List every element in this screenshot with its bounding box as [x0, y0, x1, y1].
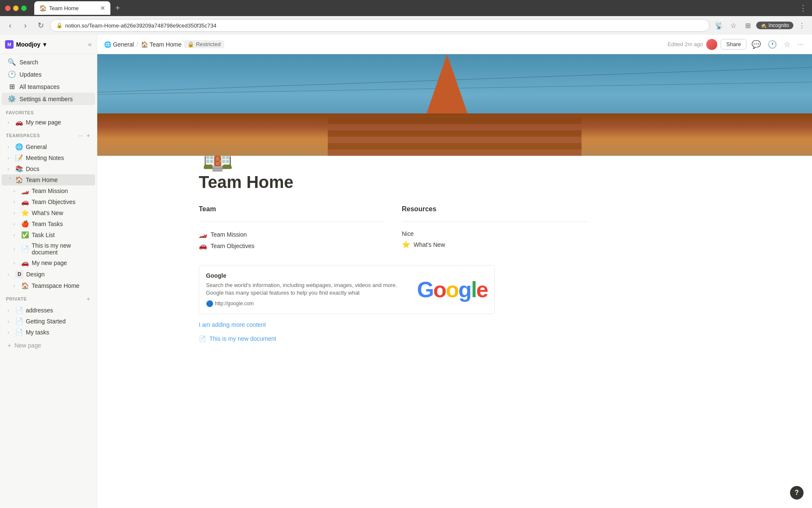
lock-icon: 🔒 [56, 22, 63, 28]
adding-content-link[interactable]: I am adding more content [199, 321, 266, 328]
restricted-icon: 🔒 [187, 41, 194, 47]
cast-icon[interactable]: 📡 [713, 19, 725, 31]
sidebar-item-getting-started[interactable]: › 📄 Getting Started [2, 316, 95, 327]
sidebar-item-task-list[interactable]: › ✅ Task List [2, 229, 95, 240]
all-teamspaces-label: All teamspaces [19, 83, 89, 90]
meeting-notes-label: Meeting Notes [26, 155, 91, 161]
chevron-right-icon: › [14, 233, 19, 237]
team-mission-link-icon: 🏎️ [199, 230, 207, 238]
resources-column: Resources Nice ⭐ What's New [402, 205, 588, 251]
bookmark-title: Google [206, 272, 403, 279]
shingles [328, 118, 582, 156]
incognito-badge: 🕵️ Incognito [756, 22, 793, 29]
sidebar-item-team-objectives[interactable]: › 🚗 Team Objectives [2, 196, 95, 207]
favorite-button[interactable]: ☆ [782, 38, 792, 51]
sidebar-item-my-new-page-fav[interactable]: › 🚗 My new page [2, 117, 95, 128]
sidebar-item-new-document[interactable]: › 📄 This is my new document [2, 240, 95, 257]
help-button[interactable]: ? [790, 486, 804, 500]
team-column-heading: Team [199, 205, 385, 215]
new-tab-button[interactable]: + [115, 4, 120, 13]
bookmark-card[interactable]: Google Search the world's information, i… [199, 265, 495, 314]
g-blue2: g [458, 277, 471, 302]
sidebar-item-design[interactable]: › D Design [2, 268, 95, 280]
page-more-button[interactable]: ··· [796, 38, 805, 50]
close-window-button[interactable] [5, 6, 11, 11]
chevron-right-icon: › [8, 167, 13, 171]
addresses-icon: 📄 [15, 306, 23, 314]
team-mission-link[interactable]: 🏎️ Team Mission [199, 229, 385, 240]
collapse-sidebar-button[interactable]: « [88, 41, 92, 48]
sidebar-item-docs[interactable]: › 📚 Docs [2, 163, 95, 174]
sidebar-item-team-home[interactable]: › 🏠 Team Home [2, 174, 95, 185]
sidebar-item-settings[interactable]: ⚙️ Settings & members [2, 93, 95, 105]
teamspaces-heading: Teamspaces [6, 133, 40, 138]
team-mission-icon: 🏎️ [21, 187, 29, 195]
sidebar-item-addresses[interactable]: › 📄 addresses [2, 305, 95, 316]
meeting-notes-icon: 📝 [15, 154, 23, 162]
incognito-label: Incognito [768, 22, 789, 28]
share-button[interactable]: Share [721, 39, 746, 50]
chevron-down-icon: › [8, 177, 13, 182]
page-scroll-area[interactable]: 🏠 Team Home Team 🏎️ Team Mission [97, 54, 812, 508]
browser-menu-button[interactable]: ⋮ [796, 19, 808, 31]
chevron-right-icon: › [14, 200, 19, 204]
sidebar-item-meeting-notes[interactable]: › 📝 Meeting Notes [2, 152, 95, 163]
breadcrumb-team-home[interactable]: 🏠 Team Home [141, 41, 181, 48]
bookmark-description: Search the world's information, includin… [206, 282, 403, 297]
teamspace-home-icon: 🏠 [21, 282, 29, 290]
breadcrumb-general[interactable]: 🌐 General [104, 41, 134, 48]
whats-new-link[interactable]: ⭐ What's New [402, 239, 588, 250]
all-teamspaces-icon: ⊞ [8, 83, 16, 91]
chevron-right-icon: › [8, 308, 13, 313]
teamspaces-more-button[interactable]: ··· [77, 131, 84, 140]
search-label: Search [19, 59, 89, 66]
sidebar-item-all-teamspaces[interactable]: ⊞ All teamspaces [2, 80, 95, 93]
extensions-icon[interactable]: ⊞ [742, 19, 754, 31]
restricted-badge[interactable]: 🔒 Restricted [184, 40, 224, 48]
new-page-button[interactable]: + New page [2, 340, 95, 351]
maximize-window-button[interactable] [21, 6, 27, 11]
teamspaces-add-button[interactable]: + [86, 131, 91, 140]
whats-new-icon: ⭐ [21, 209, 29, 217]
team-mission-label: Team Mission [32, 188, 91, 194]
workspace-name[interactable]: M Moodjoy ▾ [5, 40, 46, 49]
sidebar-item-team-mission[interactable]: › 🏎️ Team Mission [2, 185, 95, 196]
google-logo: Google [417, 279, 488, 301]
comments-button[interactable]: 💬 [750, 38, 763, 51]
bookmark-icon[interactable]: ☆ [727, 19, 739, 31]
sidebar-item-general[interactable]: › 🌐 General [2, 141, 95, 152]
tab-close-button[interactable]: ✕ [100, 5, 105, 11]
browser-tab[interactable]: 🏠 Team Home ✕ [34, 1, 110, 15]
browser-titlebar: 🏠 Team Home ✕ + ⋮ [0, 0, 812, 16]
addresses-label: addresses [26, 307, 91, 314]
sidebar-item-team-tasks[interactable]: › 🍎 Team Tasks [2, 218, 95, 229]
breadcrumb: 🌐 General / 🏠 Team Home 🔒 Restricted [104, 40, 664, 48]
doc-link[interactable]: This is my new document [209, 335, 276, 342]
tab-menu-button[interactable]: ⋮ [799, 3, 807, 13]
favorites-section-header: Favorites [0, 107, 97, 117]
resources-nice-text: Nice [402, 229, 588, 239]
sidebar-item-teamspace-home[interactable]: › 🏠 Teamspace Home [2, 280, 95, 291]
doc-link-icon: 📄 [199, 335, 206, 342]
doc-link-item: 📄 This is my new document [199, 334, 588, 344]
private-add-button[interactable]: + [86, 295, 91, 303]
sidebar-item-whats-new[interactable]: › ⭐ What's New [2, 207, 95, 218]
minimize-window-button[interactable] [13, 6, 19, 11]
history-button[interactable]: 🕐 [766, 38, 779, 51]
sidebar-item-my-tasks[interactable]: › 📄 My tasks [2, 327, 95, 338]
toolbar-icons: 📡 ☆ ⊞ 🕵️ Incognito ⋮ [713, 19, 808, 31]
address-bar[interactable]: 🔒 notion.so/Team-Home-a626e39209a748798e… [50, 19, 710, 32]
sidebar-item-updates[interactable]: 🕐 Updates [2, 68, 95, 80]
incognito-icon: 🕵️ [760, 22, 767, 28]
bookmark-content: Google Search the world's information, i… [206, 272, 403, 307]
sidebar-item-search[interactable]: 🔍 Search [2, 56, 95, 68]
forward-button[interactable]: › [19, 19, 31, 31]
team-objectives-link[interactable]: 🚗 Team Objectives [199, 240, 385, 251]
sidebar-item-my-new-page[interactable]: › 🚗 My new page [2, 257, 95, 268]
back-button[interactable]: ‹ [4, 19, 16, 31]
team-objectives-link-icon: 🚗 [199, 242, 207, 250]
tab-title: Team Home [49, 5, 98, 11]
tab-favicon: 🏠 [39, 5, 47, 11]
teamspaces-section-header: Teamspaces ··· + [0, 128, 97, 141]
reload-button[interactable]: ↻ [35, 19, 47, 31]
